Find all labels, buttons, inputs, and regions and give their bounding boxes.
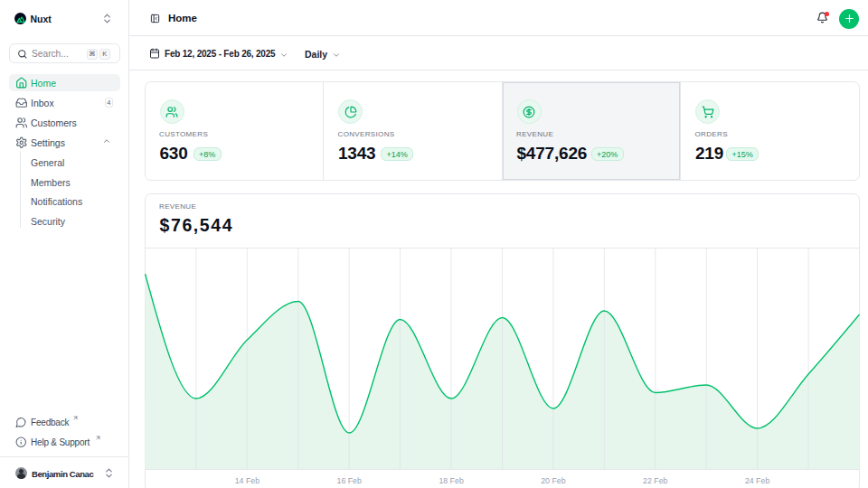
svg-text:18 Feb: 18 Feb — [439, 476, 463, 485]
svg-text:22 Feb: 22 Feb — [643, 476, 667, 485]
svg-text:16 Feb: 16 Feb — [336, 476, 361, 485]
svg-text:14 Feb: 14 Feb — [234, 476, 259, 485]
svg-text:20 Feb: 20 Feb — [541, 476, 565, 485]
svg-text:24 Feb: 24 Feb — [744, 476, 769, 485]
